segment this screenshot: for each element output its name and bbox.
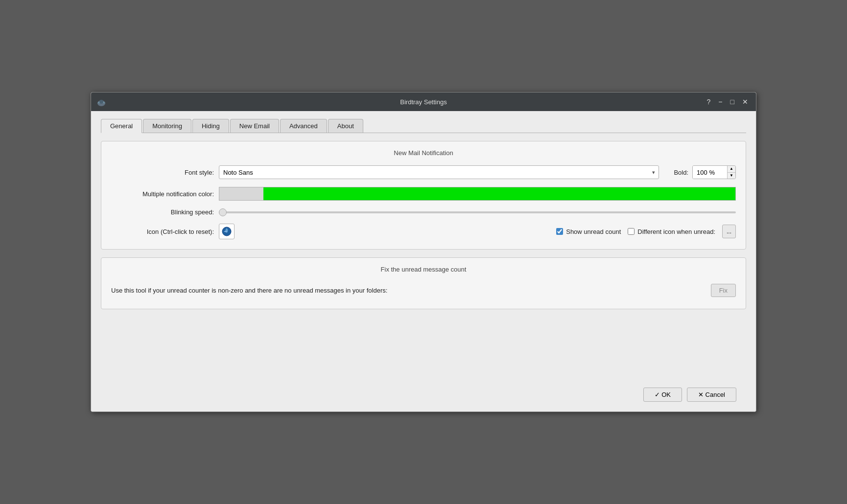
bold-spinbox: 100 % ▲ ▼ xyxy=(692,165,736,179)
help-button[interactable]: ? xyxy=(704,97,714,107)
cancel-button[interactable]: ✕ Cancel xyxy=(687,388,736,402)
spinbox-down-button[interactable]: ▼ xyxy=(728,173,735,179)
tab-monitoring[interactable]: Monitoring xyxy=(143,119,191,133)
font-style-row: Font style: Noto Sans ▾ Bold: 100 % ▲ ▼ xyxy=(111,165,736,179)
app-icon xyxy=(96,96,107,107)
color-picker-button[interactable] xyxy=(219,187,736,201)
tab-general[interactable]: General xyxy=(101,119,142,133)
icon-row: Icon (Ctrl-click to reset): Show unread … xyxy=(111,224,736,239)
tab-bar: General Monitoring Hiding New Email Adva… xyxy=(101,119,746,133)
spinbox-up-button[interactable]: ▲ xyxy=(728,166,735,173)
different-icon-browse-button[interactable]: ... xyxy=(722,225,736,238)
show-unread-checkbox[interactable] xyxy=(556,228,563,235)
tab-hiding[interactable]: Hiding xyxy=(192,119,229,133)
different-icon-checkbox[interactable] xyxy=(628,228,635,235)
thunderbird-icon xyxy=(222,227,232,236)
content-spacer xyxy=(101,317,746,381)
window-controls: ? − □ ✕ xyxy=(704,97,751,107)
icon-button[interactable] xyxy=(219,224,235,239)
svg-point-1 xyxy=(99,100,103,104)
window-body: General Monitoring Hiding New Email Adva… xyxy=(91,111,756,412)
different-icon-group[interactable]: Different icon when unread: xyxy=(628,228,715,235)
bold-input[interactable]: 100 % xyxy=(693,166,727,179)
fix-section-title: Fix the unread message count xyxy=(111,266,736,273)
bold-label: Bold: xyxy=(674,169,688,176)
color-bar-empty xyxy=(219,187,263,200)
fix-section: Fix the unread message count Use this to… xyxy=(101,257,746,309)
font-style-select[interactable]: Noto Sans xyxy=(219,165,659,179)
show-unread-group[interactable]: Show unread count xyxy=(556,228,621,235)
new-mail-section: New Mail Notification Font style: Noto S… xyxy=(101,141,746,250)
color-bar-fill xyxy=(263,187,735,200)
blinking-speed-row: Blinking speed: xyxy=(111,208,736,216)
tab-new-email[interactable]: New Email xyxy=(230,119,279,133)
different-icon-label: Different icon when unread: xyxy=(637,228,715,235)
font-style-label: Font style: xyxy=(111,169,214,176)
spinbox-arrows: ▲ ▼ xyxy=(727,166,735,179)
font-style-select-wrapper: Noto Sans ▾ xyxy=(219,165,659,179)
unread-group: Show unread count Different icon when un… xyxy=(556,225,736,238)
maximize-button[interactable]: □ xyxy=(728,97,737,107)
settings-window: Birdtray Settings ? − □ ✕ General Monito… xyxy=(91,92,756,412)
fix-description: Use this tool if your unread counter is … xyxy=(111,282,736,299)
bold-group: Bold: 100 % ▲ ▼ xyxy=(674,165,736,179)
window-title: Birdtray Settings xyxy=(400,98,447,106)
tab-about[interactable]: About xyxy=(328,119,363,133)
icon-label: Icon (Ctrl-click to reset): xyxy=(111,228,214,235)
fix-description-text: Use this tool if your unread counter is … xyxy=(111,287,387,294)
fix-button[interactable]: Fix xyxy=(711,284,736,297)
show-unread-label: Show unread count xyxy=(566,228,621,235)
tab-advanced[interactable]: Advanced xyxy=(280,119,327,133)
blinking-speed-label: Blinking speed: xyxy=(111,208,214,216)
ok-button[interactable]: ✓ OK xyxy=(643,388,682,402)
close-button[interactable]: ✕ xyxy=(739,97,751,107)
color-row: Multiple notification color: xyxy=(111,187,736,201)
color-label: Multiple notification color: xyxy=(111,190,214,198)
bottom-bar: ✓ OK ✕ Cancel xyxy=(101,381,746,402)
titlebar: Birdtray Settings ? − □ ✕ xyxy=(91,92,756,111)
blinking-speed-slider[interactable] xyxy=(219,211,736,213)
new-mail-section-title: New Mail Notification xyxy=(111,149,736,157)
minimize-button[interactable]: − xyxy=(715,97,725,107)
